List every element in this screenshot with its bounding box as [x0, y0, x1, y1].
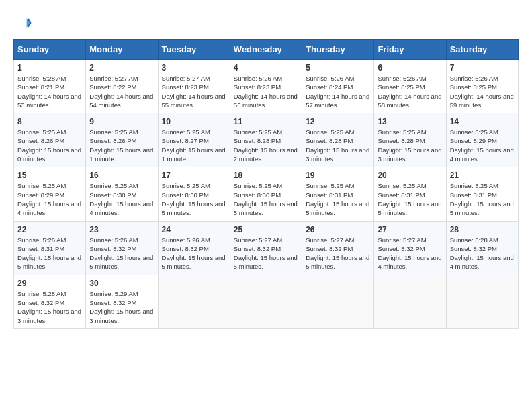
logo — [13, 13, 36, 32]
day-number: 6 — [378, 63, 442, 73]
sunrise-label: Sunrise: 5:26 AM — [378, 75, 426, 82]
cell-content: Sunrise: 5:25 AM Sunset: 8:29 PM Dayligh… — [17, 181, 82, 217]
day-number: 7 — [450, 63, 515, 73]
day-number: 2 — [89, 63, 154, 73]
cell-content: Sunrise: 5:27 AM Sunset: 8:22 PM Dayligh… — [89, 74, 154, 109]
sunrise-label: Sunrise: 5:25 AM — [306, 128, 354, 136]
daylight-label: Daylight: 14 hours and 53 minutes. — [17, 93, 81, 109]
day-number: 16 — [89, 171, 154, 180]
sunrise-label: Sunrise: 5:25 AM — [450, 128, 498, 136]
sunrise-label: Sunrise: 5:28 AM — [17, 290, 66, 298]
daylight-label: Daylight: 15 hours and 3 minutes. — [17, 308, 81, 324]
calendar-cell: 21 Sunrise: 5:25 AM Sunset: 8:31 PM Dayl… — [446, 167, 518, 221]
daylight-label: Daylight: 15 hours and 1 minute. — [89, 146, 153, 163]
calendar-cell: 5 Sunrise: 5:26 AM Sunset: 8:24 PM Dayli… — [302, 60, 374, 113]
daylight-label: Daylight: 15 hours and 4 minutes. — [17, 200, 81, 216]
cell-content: Sunrise: 5:25 AM Sunset: 8:27 PM Dayligh… — [162, 128, 226, 163]
sunset-label: Sunset: 8:31 PM — [17, 245, 64, 253]
day-number: 27 — [378, 225, 442, 234]
sunset-label: Sunset: 8:32 PM — [306, 245, 353, 253]
cell-content: Sunrise: 5:25 AM Sunset: 8:28 PM Dayligh… — [234, 128, 298, 163]
calendar-cell: 14 Sunrise: 5:25 AM Sunset: 8:29 PM Dayl… — [446, 113, 518, 167]
cell-content: Sunrise: 5:26 AM Sunset: 8:32 PM Dayligh… — [89, 236, 154, 271]
cell-content: Sunrise: 5:27 AM Sunset: 8:23 PM Dayligh… — [162, 74, 226, 109]
sunset-label: Sunset: 8:25 PM — [450, 83, 497, 91]
cell-content: Sunrise: 5:27 AM Sunset: 8:32 PM Dayligh… — [378, 236, 442, 271]
calendar-cell: 18 Sunrise: 5:25 AM Sunset: 8:30 PM Dayl… — [230, 167, 302, 221]
cell-content: Sunrise: 5:25 AM Sunset: 8:30 PM Dayligh… — [234, 181, 298, 217]
day-number: 19 — [306, 171, 370, 180]
sunset-label: Sunset: 8:30 PM — [162, 191, 209, 199]
sunrise-label: Sunrise: 5:25 AM — [306, 182, 354, 189]
daylight-label: Daylight: 15 hours and 5 minutes. — [162, 200, 226, 216]
sunset-label: Sunset: 8:30 PM — [89, 191, 136, 199]
calendar-cell: 19 Sunrise: 5:25 AM Sunset: 8:31 PM Dayl… — [302, 167, 374, 221]
cell-content: Sunrise: 5:28 AM Sunset: 8:32 PM Dayligh… — [450, 236, 515, 271]
calendar-header-row: SundayMondayTuesdayWednesdayThursdayFrid… — [14, 40, 519, 60]
day-number: 1 — [17, 63, 82, 73]
daylight-label: Daylight: 15 hours and 3 minutes. — [378, 146, 441, 163]
logo-icon — [13, 13, 32, 32]
day-number: 11 — [234, 117, 298, 126]
cell-content: Sunrise: 5:29 AM Sunset: 8:32 PM Dayligh… — [89, 289, 154, 325]
day-number: 4 — [234, 63, 298, 73]
calendar-cell: 29 Sunrise: 5:28 AM Sunset: 8:32 PM Dayl… — [14, 275, 86, 328]
daylight-label: Daylight: 15 hours and 2 minutes. — [234, 146, 298, 163]
sunrise-label: Sunrise: 5:25 AM — [89, 128, 138, 136]
calendar-cell: 6 Sunrise: 5:26 AM Sunset: 8:25 PM Dayli… — [374, 60, 446, 113]
calendar-cell: 20 Sunrise: 5:25 AM Sunset: 8:31 PM Dayl… — [374, 167, 446, 221]
cell-content: Sunrise: 5:25 AM Sunset: 8:26 PM Dayligh… — [89, 128, 154, 163]
day-number: 3 — [162, 63, 226, 73]
sunset-label: Sunset: 8:29 PM — [17, 191, 64, 199]
cell-content: Sunrise: 5:25 AM Sunset: 8:30 PM Dayligh… — [162, 181, 226, 217]
daylight-label: Daylight: 15 hours and 4 minutes. — [450, 146, 514, 163]
day-number: 12 — [306, 117, 370, 126]
day-number: 17 — [162, 171, 226, 180]
daylight-label: Daylight: 15 hours and 5 minutes. — [89, 254, 153, 270]
calendar-cell: 2 Sunrise: 5:27 AM Sunset: 8:22 PM Dayli… — [86, 60, 158, 113]
sunrise-label: Sunrise: 5:26 AM — [17, 236, 66, 244]
cell-content: Sunrise: 5:28 AM Sunset: 8:21 PM Dayligh… — [17, 74, 82, 109]
sunset-label: Sunset: 8:27 PM — [162, 137, 209, 144]
calendar-cell: 15 Sunrise: 5:25 AM Sunset: 8:29 PM Dayl… — [14, 167, 86, 221]
calendar-day-header: Wednesday — [230, 40, 302, 60]
sunset-label: Sunset: 8:32 PM — [234, 245, 281, 253]
daylight-label: Daylight: 14 hours and 58 minutes. — [378, 93, 441, 109]
sunrise-label: Sunrise: 5:27 AM — [378, 236, 426, 244]
sunset-label: Sunset: 8:23 PM — [162, 83, 209, 91]
calendar-day-header: Saturday — [446, 40, 518, 60]
calendar-cell — [158, 275, 230, 328]
sunset-label: Sunset: 8:26 PM — [89, 137, 136, 144]
sunset-label: Sunset: 8:31 PM — [306, 191, 353, 199]
calendar-cell: 22 Sunrise: 5:26 AM Sunset: 8:31 PM Dayl… — [14, 221, 86, 275]
daylight-label: Daylight: 15 hours and 4 minutes. — [450, 254, 514, 270]
sunset-label: Sunset: 8:30 PM — [234, 191, 281, 199]
day-number: 22 — [17, 225, 82, 234]
daylight-label: Daylight: 15 hours and 1 minute. — [162, 146, 226, 163]
day-number: 20 — [378, 171, 442, 180]
calendar-day-header: Tuesday — [158, 40, 230, 60]
calendar-day-header: Sunday — [14, 40, 86, 60]
calendar-table: SundayMondayTuesdayWednesdayThursdayFrid… — [13, 39, 519, 329]
sunset-label: Sunset: 8:31 PM — [378, 191, 425, 199]
sunset-label: Sunset: 8:29 PM — [450, 137, 497, 144]
sunrise-label: Sunrise: 5:25 AM — [162, 128, 210, 136]
daylight-label: Daylight: 15 hours and 5 minutes. — [450, 200, 514, 216]
sunrise-label: Sunrise: 5:26 AM — [162, 236, 210, 244]
cell-content: Sunrise: 5:27 AM Sunset: 8:32 PM Dayligh… — [234, 236, 298, 271]
calendar-week-row: 29 Sunrise: 5:28 AM Sunset: 8:32 PM Dayl… — [14, 275, 519, 328]
daylight-label: Daylight: 15 hours and 4 minutes. — [89, 200, 153, 216]
cell-content: Sunrise: 5:25 AM Sunset: 8:28 PM Dayligh… — [306, 128, 370, 163]
daylight-label: Daylight: 15 hours and 0 minutes. — [17, 146, 81, 163]
cell-content: Sunrise: 5:25 AM Sunset: 8:26 PM Dayligh… — [17, 128, 82, 163]
cell-content: Sunrise: 5:25 AM Sunset: 8:29 PM Dayligh… — [450, 128, 515, 163]
calendar-week-row: 1 Sunrise: 5:28 AM Sunset: 8:21 PM Dayli… — [14, 60, 519, 113]
daylight-label: Daylight: 15 hours and 5 minutes. — [17, 254, 81, 270]
day-number: 9 — [89, 117, 154, 126]
sunrise-label: Sunrise: 5:28 AM — [450, 236, 498, 244]
cell-content: Sunrise: 5:25 AM Sunset: 8:31 PM Dayligh… — [378, 181, 442, 217]
calendar-cell: 27 Sunrise: 5:27 AM Sunset: 8:32 PM Dayl… — [374, 221, 446, 275]
cell-content: Sunrise: 5:26 AM Sunset: 8:32 PM Dayligh… — [162, 236, 226, 271]
sunrise-label: Sunrise: 5:25 AM — [378, 128, 426, 136]
sunrise-label: Sunrise: 5:25 AM — [89, 182, 138, 189]
